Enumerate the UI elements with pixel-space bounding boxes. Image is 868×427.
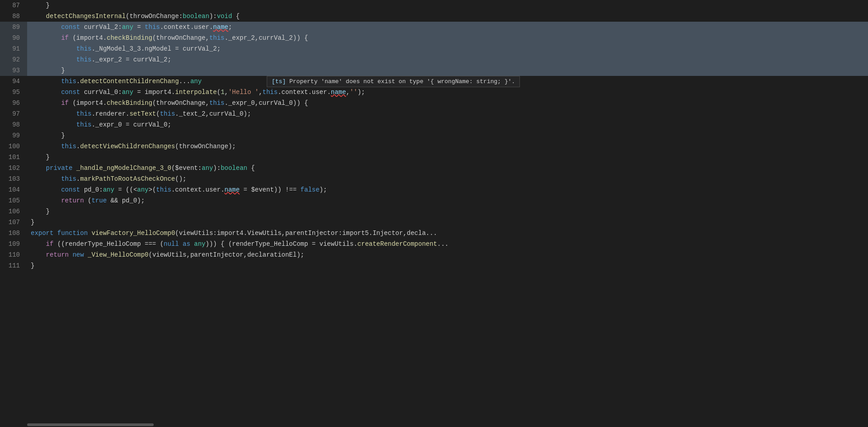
line-number: 110 xyxy=(0,249,27,260)
line-number: 98 xyxy=(0,119,27,130)
line-code: } xyxy=(27,65,868,76)
line-number: 88 xyxy=(0,11,27,22)
line-code: } xyxy=(27,260,868,271)
line-code: return new _View_HelloComp0(viewUtils,pa… xyxy=(27,249,868,260)
code-line: 108export function viewFactory_HelloComp… xyxy=(0,228,868,239)
code-line: 100 this.detectViewChildrenChanges(throw… xyxy=(0,141,868,152)
code-line: 106 } xyxy=(0,206,868,217)
line-code: } xyxy=(27,130,868,141)
line-number: 100 xyxy=(0,141,27,152)
line-code: this._NgModel_3_3.ngModel = currVal_2; xyxy=(27,43,868,54)
line-number: 105 xyxy=(0,195,27,206)
code-line: 91 this._NgModel_3_3.ngModel = currVal_2… xyxy=(0,43,868,54)
code-line: 111} xyxy=(0,260,868,271)
line-code: const currVal_2:any = this.context.user.… xyxy=(27,22,868,33)
line-code: this.markPathToRootAsCheckOnce(); xyxy=(27,174,868,184)
line-number: 102 xyxy=(0,163,27,174)
code-line: 97 this.renderer.setText(this._text_2,cu… xyxy=(0,108,868,119)
code-line: 89 const currVal_2:any = this.context.us… xyxy=(0,22,868,33)
code-line: 109 if ((renderType_HelloComp === (null … xyxy=(0,239,868,249)
line-code: const pd_0:any = ((<any>(this.context.us… xyxy=(27,184,868,195)
code-line: 107} xyxy=(0,217,868,228)
horizontal-scrollbar[interactable] xyxy=(27,422,868,427)
code-line: 88 detectChangesInternal(throwOnChange:b… xyxy=(0,11,868,22)
code-line: 96 if (import4.checkBinding(throwOnChang… xyxy=(0,98,868,108)
line-number: 97 xyxy=(0,108,27,119)
line-code: this._expr_2 = currVal_2; xyxy=(27,54,868,65)
code-line: 101 } xyxy=(0,152,868,163)
code-line: 98 this._expr_0 = currVal_0; xyxy=(0,119,868,130)
line-code: } xyxy=(27,152,868,163)
line-number: 101 xyxy=(0,152,27,163)
line-number: 103 xyxy=(0,174,27,184)
line-code: this.detectContentChildrenChang...any xyxy=(27,76,868,87)
line-number: 93 xyxy=(0,65,27,76)
line-code: } xyxy=(27,0,868,11)
code-line: 90 if (import4.checkBinding(throwOnChang… xyxy=(0,33,868,43)
line-number: 94 xyxy=(0,76,27,87)
line-code: this.detectViewChildrenChanges(throwOnCh… xyxy=(27,141,868,152)
line-number: 106 xyxy=(0,206,27,217)
scrollbar-thumb[interactable] xyxy=(27,423,154,426)
line-number: 91 xyxy=(0,43,27,54)
line-number: 108 xyxy=(0,228,27,239)
line-code: const currVal_0:any = import4.interpolat… xyxy=(27,87,868,98)
line-number: 104 xyxy=(0,184,27,195)
code-line: 102 private _handle_ngModelChange_3_0($e… xyxy=(0,163,868,174)
line-code: return (true && pd_0); xyxy=(27,195,868,206)
code-line: 92 this._expr_2 = currVal_2; xyxy=(0,54,868,65)
line-code: } xyxy=(27,217,868,228)
line-code: } xyxy=(27,206,868,217)
line-code: if ((renderType_HelloComp === (null as a… xyxy=(27,239,868,249)
line-number: 109 xyxy=(0,239,27,249)
line-number: 96 xyxy=(0,98,27,108)
line-number: 99 xyxy=(0,130,27,141)
code-line: 94 this.detectContentChildrenChang...any xyxy=(0,76,868,87)
code-line: 93 } xyxy=(0,65,868,76)
line-number: 92 xyxy=(0,54,27,65)
code-line: 99 } xyxy=(0,130,868,141)
code-line: 104 const pd_0:any = ((<any>(this.contex… xyxy=(0,184,868,195)
line-code: export function viewFactory_HelloComp0(v… xyxy=(27,228,868,239)
code-line: 110 return new _View_HelloComp0(viewUtil… xyxy=(0,249,868,260)
line-code: this._expr_0 = currVal_0; xyxy=(27,119,868,130)
line-code: this.renderer.setText(this._text_2,currV… xyxy=(27,108,868,119)
line-number: 89 xyxy=(0,22,27,33)
line-number: 87 xyxy=(0,0,27,11)
line-number: 111 xyxy=(0,260,27,271)
code-line: 105 return (true && pd_0); xyxy=(0,195,868,206)
line-code: detectChangesInternal(throwOnChange:bool… xyxy=(27,11,868,22)
line-code: if (import4.checkBinding(throwOnChange,t… xyxy=(27,33,868,43)
code-line: 87 } xyxy=(0,0,868,11)
line-code: private _handle_ngModelChange_3_0($event… xyxy=(27,163,868,174)
line-number: 90 xyxy=(0,33,27,43)
code-editor: 87 }88 detectChangesInternal(throwOnChan… xyxy=(0,0,868,427)
code-line: 103 this.markPathToRootAsCheckOnce(); xyxy=(0,174,868,184)
line-number: 107 xyxy=(0,217,27,228)
line-code: if (import4.checkBinding(throwOnChange,t… xyxy=(27,98,868,108)
code-line: 95 const currVal_0:any = import4.interpo… xyxy=(0,87,868,98)
line-number: 95 xyxy=(0,87,27,98)
